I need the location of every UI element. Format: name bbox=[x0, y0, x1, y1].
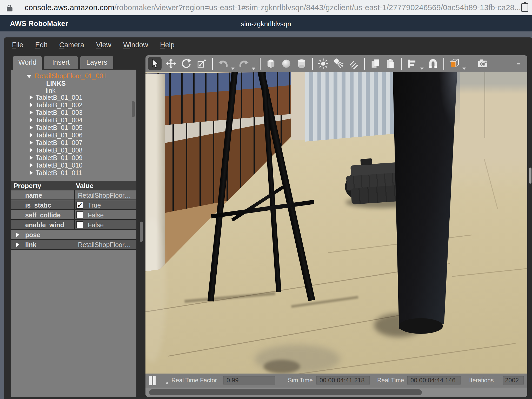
url-field[interactable]: console.aws.amazon.com/robomaker/viewer?… bbox=[25, 3, 521, 12]
lock-icon[interactable] bbox=[7, 5, 12, 11]
tree-item[interactable]: TabletB_01_003 bbox=[30, 109, 83, 116]
viewport-vertical-scrollbar[interactable] bbox=[529, 168, 531, 184]
rotate-icon bbox=[181, 58, 192, 69]
step-button[interactable] bbox=[166, 382, 168, 384]
checkbox-unchecked[interactable] bbox=[76, 211, 83, 218]
pillar-bottom-cap bbox=[399, 318, 443, 334]
align-dropdown-caret[interactable] bbox=[420, 68, 424, 70]
redo-icon bbox=[238, 58, 250, 69]
chevron-collapsed-icon[interactable] bbox=[16, 232, 19, 237]
tree-scrollbar[interactable] bbox=[132, 101, 135, 117]
sun-icon bbox=[317, 58, 329, 69]
chevron-collapsed-icon[interactable] bbox=[16, 242, 19, 247]
align-button[interactable] bbox=[406, 58, 418, 70]
insert-cylinder-button[interactable] bbox=[296, 58, 308, 70]
chevron-collapsed-icon[interactable] bbox=[30, 103, 33, 107]
scene-3d[interactable] bbox=[145, 72, 527, 374]
wall-panel[interactable] bbox=[291, 72, 306, 140]
menu-view[interactable]: View bbox=[96, 41, 111, 49]
tree-item[interactable]: TabletB_01_007 bbox=[30, 139, 83, 147]
real-time-label: Real Time bbox=[377, 377, 404, 384]
tree-item[interactable]: TabletB_01_009 bbox=[30, 154, 83, 162]
iterations-label: Iterations bbox=[469, 377, 494, 384]
menu-window[interactable]: Window bbox=[123, 41, 148, 49]
copy-icon bbox=[370, 58, 381, 69]
spot-light-icon bbox=[333, 58, 344, 69]
chevron-collapsed-icon[interactable] bbox=[30, 95, 33, 100]
col-property: Property bbox=[14, 182, 41, 190]
col-value: Value bbox=[76, 182, 94, 190]
undo-button[interactable] bbox=[217, 58, 229, 70]
chevron-collapsed-icon[interactable] bbox=[30, 170, 33, 175]
chevron-collapsed-icon[interactable] bbox=[30, 125, 33, 130]
tab-insert[interactable]: Insert bbox=[43, 55, 78, 70]
translate-tool-button[interactable] bbox=[165, 58, 177, 70]
view-angle-dropdown-caret[interactable] bbox=[462, 68, 466, 70]
chevron-collapsed-icon[interactable] bbox=[30, 110, 33, 115]
viewport-horizontal-scrollbar[interactable] bbox=[145, 388, 527, 397]
panel-splitter-scrollbar[interactable] bbox=[140, 222, 143, 242]
toolbar-overflow-dash bbox=[517, 63, 520, 64]
tab-world[interactable]: World bbox=[12, 55, 42, 70]
tree-root-row[interactable]: RetailShopFloor_01_001 bbox=[26, 72, 107, 80]
tree-item[interactable]: TabletB_01_008 bbox=[30, 147, 83, 154]
pause-button[interactable] bbox=[149, 376, 157, 385]
horizontal-scroll-thumb[interactable] bbox=[149, 389, 422, 395]
pillar-sheen bbox=[439, 72, 460, 129]
chevron-collapsed-icon[interactable] bbox=[30, 148, 33, 152]
view-angle-button[interactable] bbox=[449, 58, 461, 70]
tree-item[interactable]: TabletB_01_006 bbox=[30, 131, 83, 139]
snap-button[interactable] bbox=[427, 58, 439, 70]
tree-item[interactable]: TabletB_01_010 bbox=[30, 162, 83, 169]
screen: console.aws.amazon.com/robomaker/viewer?… bbox=[0, 0, 532, 399]
sphere-icon bbox=[281, 58, 292, 69]
tree-item[interactable]: TabletB_01_002 bbox=[30, 101, 83, 109]
simulation-title: sim-zgknrlblvsqn bbox=[0, 20, 532, 28]
viewport: Real Time Factor 0.99 Sim Time 00 00:04:… bbox=[145, 55, 527, 397]
iterations-value: 2002 bbox=[503, 376, 524, 385]
tree-link-item[interactable]: link bbox=[46, 87, 56, 94]
clipboard-icon[interactable] bbox=[521, 3, 528, 12]
tab-layers[interactable]: Layers bbox=[80, 55, 114, 70]
redo-button[interactable] bbox=[238, 58, 250, 70]
box-icon bbox=[265, 58, 277, 69]
point-light-button[interactable] bbox=[317, 58, 329, 70]
menu-edit[interactable]: Edit bbox=[35, 41, 48, 49]
directional-light-button[interactable] bbox=[348, 58, 360, 70]
spot-light-button[interactable] bbox=[332, 58, 344, 70]
tree-item[interactable]: TabletB_01_001 bbox=[30, 94, 83, 101]
chevron-expanded-icon[interactable] bbox=[26, 75, 32, 78]
toolbar-separator bbox=[401, 58, 402, 70]
menu-help[interactable]: Help bbox=[160, 41, 175, 49]
prop-row-pose[interactable]: pose bbox=[11, 230, 136, 240]
chevron-collapsed-icon[interactable] bbox=[30, 133, 33, 137]
easel-shadow bbox=[291, 296, 358, 308]
scale-tool-button[interactable] bbox=[196, 58, 208, 70]
insert-sphere-button[interactable] bbox=[280, 58, 292, 70]
chevron-collapsed-icon[interactable] bbox=[30, 140, 33, 145]
menu-file[interactable]: File bbox=[12, 41, 23, 49]
checkbox-unchecked[interactable] bbox=[76, 221, 83, 228]
tree-item[interactable]: TabletB_01_004 bbox=[30, 116, 83, 124]
paste-button[interactable] bbox=[385, 58, 397, 70]
rotate-tool-button[interactable] bbox=[180, 58, 192, 70]
tree-links-header: LINKS bbox=[46, 80, 66, 87]
insert-box-button[interactable] bbox=[265, 58, 277, 70]
select-tool-button[interactable] bbox=[148, 57, 162, 70]
tree-item[interactable]: TabletB_01_005 bbox=[30, 124, 83, 131]
screenshot-button[interactable] bbox=[477, 58, 489, 70]
chevron-collapsed-icon[interactable] bbox=[30, 163, 33, 168]
prop-row-link[interactable]: link RetailShopFloor… bbox=[11, 240, 136, 250]
redo-dropdown-caret[interactable] bbox=[252, 68, 255, 70]
magnet-icon bbox=[427, 58, 439, 69]
menu-camera[interactable]: Camera bbox=[59, 41, 84, 49]
tree-item[interactable]: TabletB_01_011 bbox=[30, 169, 82, 177]
undo-icon bbox=[217, 58, 229, 69]
checkbox-checked[interactable]: ✓ bbox=[76, 202, 83, 209]
undo-dropdown-caret[interactable] bbox=[231, 68, 235, 70]
chevron-collapsed-icon[interactable] bbox=[30, 155, 33, 160]
copy-button[interactable] bbox=[369, 58, 381, 70]
striped-wallpaper-wall[interactable] bbox=[305, 72, 400, 142]
chevron-collapsed-icon[interactable] bbox=[30, 118, 33, 122]
menu-bar: File Edit Camera View Window Help bbox=[4, 37, 532, 52]
